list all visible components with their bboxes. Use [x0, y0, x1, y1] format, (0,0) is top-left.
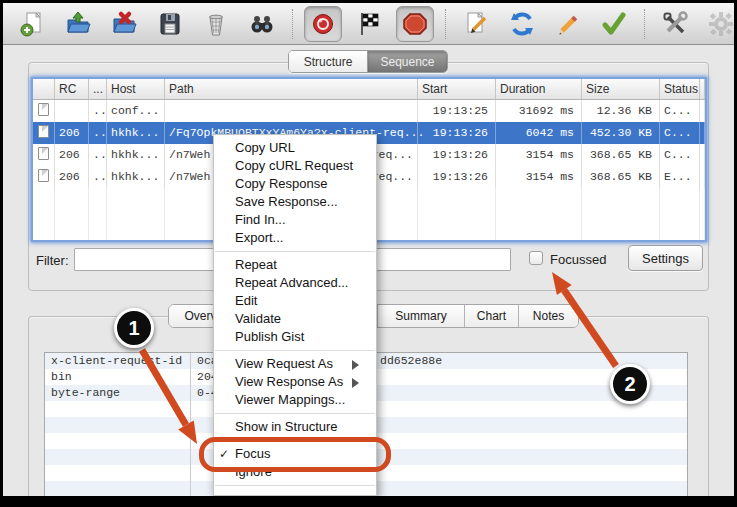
toolbar-separator	[445, 9, 446, 39]
callout-badge-1-number: 1	[128, 317, 139, 340]
toolbar-button-open-session[interactable]	[59, 6, 97, 42]
cell-path-tail: req...	[372, 170, 413, 183]
menu-item-repeat[interactable]: Repeat	[214, 256, 376, 274]
column-header-rc[interactable]: RC	[55, 79, 89, 99]
column-header-size[interactable]: Size	[582, 79, 660, 99]
cell-rc: 206	[55, 122, 89, 144]
cell-status: C...	[660, 144, 700, 166]
column-header-path[interactable]: Path	[165, 79, 418, 99]
filler-col	[418, 188, 496, 240]
column-header-col0[interactable]	[33, 79, 55, 99]
column-header-status[interactable]: Status	[660, 79, 700, 99]
toolbar-button-stop[interactable]	[396, 6, 434, 42]
focussed-checkbox[interactable]	[529, 251, 543, 265]
cell-tail	[700, 166, 705, 188]
menu-item-export[interactable]: Export...	[214, 229, 376, 247]
filter-label: Filter:	[36, 253, 69, 268]
tab-notes[interactable]: Notes	[519, 305, 578, 327]
cell-dots: ..	[89, 144, 107, 166]
cell-size: 12.36 KB	[582, 100, 660, 122]
tab-sequence[interactable]: Sequence	[368, 51, 447, 72]
cell-size: 368.65 KB	[582, 166, 660, 188]
header-value	[191, 401, 197, 417]
toolbar-button-trash[interactable]	[197, 6, 235, 42]
request-row[interactable]: ..conf...19:13:2531692 ms12.36 KBC...	[33, 100, 705, 122]
menu-separator	[215, 485, 375, 486]
cell-icon	[33, 166, 55, 188]
menu-item-copy-curl-request[interactable]: Copy cURL Request	[214, 157, 376, 175]
menu-item-validate[interactable]: Validate	[214, 310, 376, 328]
cell-rc: 206	[55, 144, 89, 166]
cell-host: hkhk...	[107, 166, 165, 188]
toolbar-button-close-session[interactable]	[105, 6, 143, 42]
filler-col	[496, 188, 582, 240]
header-key: x-client-request-id	[45, 353, 191, 369]
toolbar-button-sync[interactable]	[503, 6, 541, 42]
checkmark-icon: ✓	[219, 445, 229, 463]
toolbar-separator	[292, 9, 293, 39]
toolbar-button-validate-check[interactable]	[595, 6, 633, 42]
toolbar-button-preferences-gear[interactable]	[702, 6, 737, 42]
tab-structure[interactable]: Structure	[289, 51, 368, 72]
toolbar-button-new-session[interactable]	[13, 6, 51, 42]
menu-item-copy-url[interactable]: Copy URL	[214, 139, 376, 157]
menu-item-repeat-advanced[interactable]: Repeat Advanced...	[214, 274, 376, 292]
menu-item-focus[interactable]: Focus✓	[214, 445, 376, 463]
document-icon	[38, 169, 49, 182]
menu-item-find-in[interactable]: Find In...	[214, 211, 376, 229]
toolbar-button-save-session[interactable]	[151, 6, 189, 42]
cell-duration: 31692 ms	[496, 100, 582, 122]
toolbar-button-tools[interactable]	[656, 6, 694, 42]
toolbar-button-edit-pencil[interactable]	[549, 6, 587, 42]
column-header-col2[interactable]: ...	[89, 79, 107, 99]
menu-item-view-request-as[interactable]: View Request As	[214, 355, 376, 373]
find-icon	[248, 10, 276, 38]
context-menu: Copy URLCopy cURL RequestCopy ResponseSa…	[213, 134, 377, 496]
tab-chart[interactable]: Chart	[465, 305, 519, 327]
column-header-duration[interactable]: Duration	[496, 79, 582, 99]
tools-icon	[661, 10, 689, 38]
menu-item-copy-response[interactable]: Copy Response	[214, 175, 376, 193]
toolbar-button-new-request[interactable]	[457, 6, 495, 42]
column-header-host[interactable]: Host	[107, 79, 165, 99]
settings-button[interactable]: Settings	[628, 245, 703, 271]
menu-item-ignore[interactable]: Ignore	[214, 463, 376, 481]
cell-tail	[700, 122, 705, 144]
menu-item-edit[interactable]: Edit	[214, 292, 376, 310]
cell-status: C...	[660, 100, 700, 122]
cell-start: 19:13:26	[418, 166, 496, 188]
header-value-right-fragment: dd652e88e	[380, 354, 442, 367]
toolbar-button-record[interactable]	[304, 6, 342, 42]
filler-col	[700, 188, 705, 240]
filler-col	[660, 188, 700, 240]
menu-item-publish-gist[interactable]: Publish Gist	[214, 328, 376, 346]
toolbar-button-goto-flag[interactable]	[350, 6, 388, 42]
cell-rc	[55, 100, 89, 122]
menu-item-save-response[interactable]: Save Response...	[214, 193, 376, 211]
column-header-col9[interactable]: ...	[700, 79, 705, 99]
cell-dots: ..	[89, 166, 107, 188]
validate-check-icon	[600, 10, 628, 38]
menu-item-viewer-mappings[interactable]: Viewer Mappings...	[214, 391, 376, 409]
filler-col	[55, 188, 89, 240]
cell-host: hkhk...	[107, 144, 165, 166]
menu-separator	[215, 350, 375, 351]
header-value	[191, 449, 197, 465]
toolbar-button-find[interactable]	[243, 6, 281, 42]
cell-path	[165, 100, 418, 122]
callout-badge-1: 1	[114, 308, 154, 348]
cell-start: 19:13:25	[418, 100, 496, 122]
callout-badge-2: 2	[610, 364, 650, 404]
column-header-start[interactable]: Start	[418, 79, 496, 99]
menu-item-show-in-structure[interactable]: Show in Structure	[214, 418, 376, 436]
requests-table-header: RC...HostPathStartDurationSizeStatus...	[33, 79, 705, 100]
stop-icon	[401, 10, 429, 38]
tab-summary[interactable]: Summary	[378, 305, 465, 327]
cell-icon	[33, 122, 55, 144]
menu-separator	[215, 413, 375, 414]
callout-badge-2-number: 2	[624, 373, 635, 396]
toolbar	[3, 3, 734, 45]
document-icon	[38, 125, 49, 138]
menu-item-view-response-as[interactable]: View Response As	[214, 373, 376, 391]
document-icon	[38, 147, 49, 160]
